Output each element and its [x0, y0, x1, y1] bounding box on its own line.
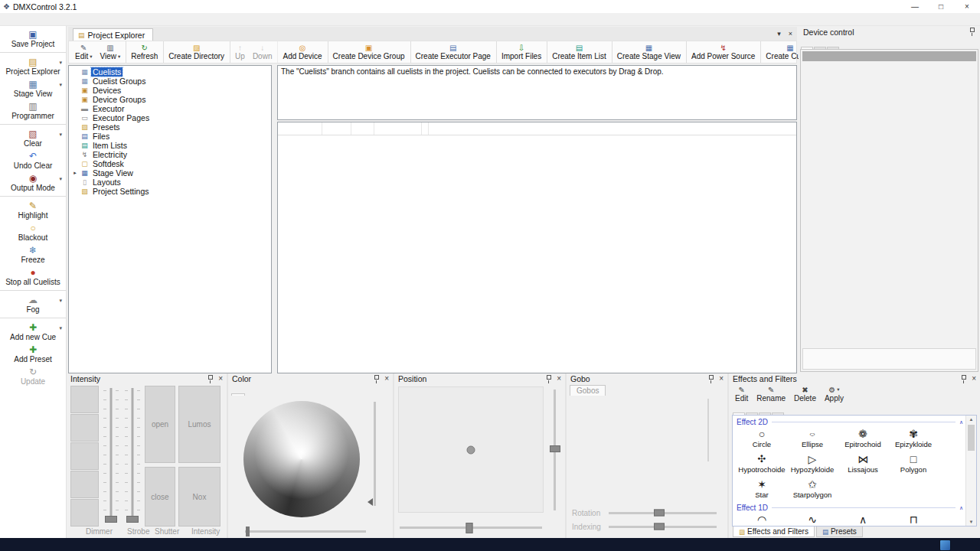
toolbar-button[interactable]: ⇩ Import Files — [498, 41, 547, 63]
tree-item[interactable]: ▸ ▣ Device Groups — [69, 95, 271, 104]
toolbar-button[interactable]: ◎ Add Device — [279, 41, 328, 63]
taskbar-app-icon[interactable] — [939, 540, 951, 551]
close-icon[interactable]: × — [972, 375, 976, 383]
effect-item[interactable]: ◠ — [737, 513, 787, 526]
sidebar-button[interactable]: ▧ ▾ Clear — [0, 127, 66, 149]
shutter-open-button[interactable]: open — [145, 386, 175, 463]
effect-item[interactable]: ∧ — [838, 513, 888, 526]
scroll-down-icon[interactable]: ▼ — [966, 520, 976, 524]
tree-item[interactable]: ▸ ▦ Cuelists — [69, 67, 271, 77]
toolbar-button[interactable]: ▤ Create Item List — [548, 41, 612, 63]
table-column-header[interactable] — [322, 122, 351, 135]
tab-close-icon[interactable]: × — [789, 30, 792, 37]
effect-item[interactable]: ○ Circle — [737, 427, 787, 452]
pan-slider-handle[interactable] — [466, 523, 473, 533]
table-column-header[interactable] — [422, 122, 429, 135]
effect-item[interactable]: ✾ Epizykloide — [888, 427, 939, 452]
intensity-level-button[interactable] — [70, 386, 99, 413]
chevron-down-icon[interactable]: ▾ — [59, 325, 62, 331]
tree-item[interactable]: ▸ ↯ Electricity — [69, 150, 271, 159]
minimize-button[interactable]: — — [902, 0, 928, 13]
toolbar-button[interactable]: ↯ Add Power Source — [688, 41, 761, 63]
tree-item[interactable]: ▸ ▦ Stage View — [69, 168, 271, 178]
effect-item[interactable]: ⋈ Lissajous — [838, 452, 888, 478]
close-icon[interactable]: × — [557, 375, 561, 383]
sidebar-button[interactable]: ◉ ▾ Output Mode — [0, 171, 66, 197]
toolbar-button[interactable]: ↻ Refresh — [127, 41, 164, 63]
rotation-slider-handle[interactable] — [654, 510, 665, 517]
pin-icon[interactable] — [708, 375, 714, 383]
sidebar-button[interactable]: ▣ Save Project — [0, 28, 66, 53]
tree-item[interactable]: ▸ ▤ Item Lists — [69, 141, 271, 150]
effect-item[interactable]: ✣ Hypotrochoide — [737, 452, 787, 478]
effects-toolbar-button[interactable]: ✎ Edit — [735, 386, 748, 403]
tree-item[interactable]: ▸ ▯ Layouts — [69, 178, 271, 187]
close-icon[interactable]: × — [719, 375, 724, 383]
effects-bottom-tab[interactable]: ▤ Presets — [816, 527, 863, 537]
table-column-header[interactable] — [278, 122, 322, 135]
effect-item[interactable]: ∿ — [787, 513, 838, 526]
toolbar-button[interactable]: ▤ Create Executor Page — [412, 41, 497, 63]
toolbar-button[interactable]: ▣ Create Device Group — [329, 41, 411, 63]
shutter-close-button[interactable]: close — [145, 467, 175, 527]
intensity-level-button[interactable] — [70, 499, 99, 527]
collapse-icon[interactable]: ∧ — [959, 419, 963, 425]
sidebar-button[interactable]: ☁ ▾ Fog — [0, 293, 66, 318]
chevron-down-icon[interactable]: ▾ — [59, 60, 62, 66]
indexing-slider-handle[interactable] — [654, 523, 665, 530]
gobo-scroll-track[interactable] — [707, 399, 709, 461]
tab-list-dropdown-icon[interactable]: ▾ — [777, 30, 781, 37]
tab-project-explorer[interactable]: ▤ Project Explorer — [73, 28, 153, 41]
effect-item[interactable]: ▷ Hypozykloide — [787, 452, 838, 478]
chevron-down-icon[interactable]: ▾ — [59, 82, 62, 88]
tilt-slider-handle[interactable] — [550, 445, 560, 452]
sidebar-button[interactable]: ▤ ▾ Project Explorer — [0, 55, 66, 77]
toolbar-button[interactable]: ↑ Up — [231, 41, 249, 63]
tree-item[interactable]: ▸ ▤ Files — [69, 132, 271, 141]
pin-icon[interactable] — [961, 375, 967, 383]
pan-tilt-cursor[interactable] — [467, 445, 475, 454]
strobe-slider[interactable] — [123, 386, 142, 527]
tree-item[interactable]: ▸ ▣ Devices — [69, 86, 271, 95]
color-wheel[interactable] — [243, 401, 360, 517]
scrollbar-thumb[interactable] — [968, 425, 975, 451]
strobe-slider-handle[interactable] — [126, 516, 139, 523]
close-icon[interactable]: × — [384, 375, 389, 383]
dimmer-slider-handle[interactable] — [105, 516, 117, 523]
toolbar-button[interactable]: ▥ View ▾ — [96, 41, 127, 63]
sidebar-button[interactable]: ○ Blackout — [0, 221, 66, 243]
tree-item[interactable]: ▸ ▭ Executor Pages — [69, 113, 271, 122]
effect-item[interactable]: ○ Ellipse — [787, 427, 838, 452]
tree-item[interactable]: ▸ ▧ Project Settings — [69, 187, 271, 196]
chevron-down-icon[interactable]: ▾ — [118, 54, 120, 60]
tree-item[interactable]: ▸ ▦ Cuelist Groups — [69, 77, 271, 86]
effect-2d-section-header[interactable]: Effect 2D ∧ — [737, 417, 965, 427]
tree-item[interactable]: ▸ ▨ Presets — [69, 122, 271, 132]
pin-icon[interactable] — [374, 375, 380, 383]
pin-icon[interactable] — [546, 375, 552, 383]
sidebar-button[interactable]: ● Stop all Cuelists — [0, 266, 66, 291]
indexing-slider[interactable] — [609, 526, 717, 528]
tree-splitter[interactable] — [274, 65, 275, 373]
toolbar-button[interactable]: ↓ Down — [249, 41, 279, 63]
sidebar-button[interactable]: ▥ Programmer — [0, 99, 66, 125]
effect-item[interactable]: ✩ Starpolygon — [787, 478, 838, 503]
intensity-level-button[interactable] — [70, 471, 99, 498]
toolbar-button[interactable]: ▨ Create Directory — [165, 41, 230, 63]
scroll-up-icon[interactable]: ▲ — [966, 417, 976, 422]
close-button[interactable]: × — [954, 0, 980, 13]
rotation-slider[interactable] — [609, 512, 717, 514]
tree-item[interactable]: ▸ ▬ Executor — [69, 104, 271, 113]
table-column-header[interactable] — [374, 122, 422, 135]
intensity-level-button[interactable] — [70, 414, 99, 442]
lamp-on-button[interactable]: Lumos — [178, 386, 220, 463]
saturation-slider[interactable] — [245, 530, 366, 533]
toolbar-button[interactable]: ▦ Create Stage View — [613, 41, 687, 63]
expander-icon[interactable]: ▸ — [72, 168, 78, 178]
saturation-slider-handle[interactable] — [246, 527, 250, 536]
table-column-header[interactable] — [351, 122, 374, 135]
value-slider[interactable] — [374, 402, 376, 506]
sidebar-button[interactable]: ✎ Highlight — [0, 199, 66, 221]
pan-tilt-pad[interactable] — [398, 386, 544, 513]
chevron-down-icon[interactable]: ▾ — [59, 132, 62, 138]
